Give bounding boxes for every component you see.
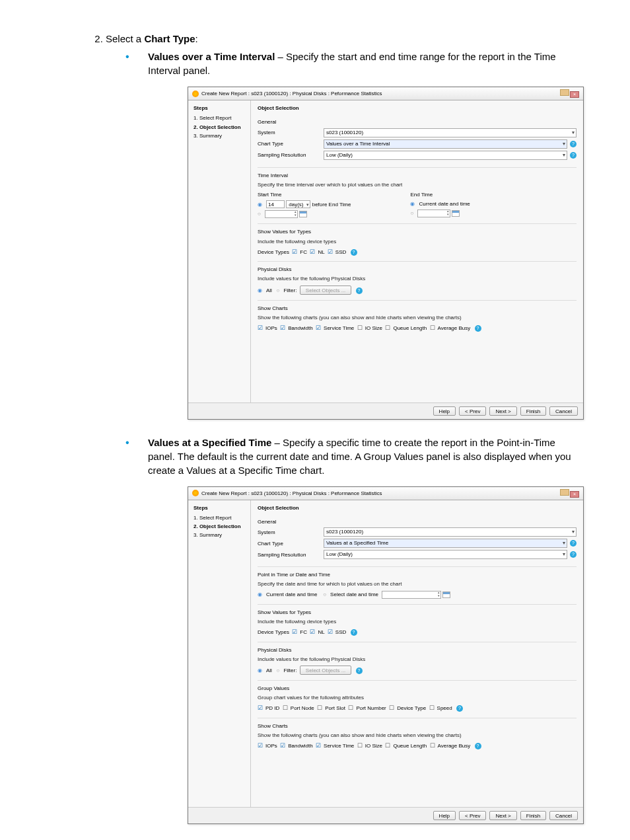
app-icon (192, 490, 199, 496)
dialog2-title: Create New Report : s023 (1000120) : Phy… (201, 490, 382, 497)
help-icon[interactable]: ? (570, 551, 577, 558)
system-dropdown[interactable]: s023 (1000120) (324, 527, 577, 537)
step-summary[interactable]: 3. Summary (193, 531, 246, 539)
pd-all-radio[interactable] (258, 287, 263, 294)
start-relative-radio[interactable] (258, 201, 263, 208)
select-objects-button[interactable]: Select Objects ... (300, 666, 351, 675)
chk-portslot[interactable] (317, 704, 324, 712)
close-icon[interactable]: × (570, 491, 579, 498)
help-icon[interactable]: ? (570, 152, 577, 159)
end-current-radio[interactable] (410, 200, 416, 208)
step2-bold: Chart Type (144, 33, 195, 44)
help-icon[interactable]: ? (456, 705, 463, 712)
calendar-icon[interactable] (299, 211, 307, 217)
help-icon[interactable]: ? (351, 629, 357, 636)
end-datetime-input[interactable] (417, 210, 450, 217)
pit-select-radio[interactable] (323, 591, 328, 598)
steps-header: Steps (193, 504, 246, 512)
chk-iops[interactable] (258, 324, 264, 332)
cancel-button[interactable]: Cancel (549, 406, 578, 416)
step-object-selection[interactable]: 2. Object Selection (193, 124, 246, 131)
chk-ssd[interactable] (328, 628, 334, 636)
end-time-label: End Time (410, 191, 470, 198)
sampling-label: Sampling Resolution (258, 151, 324, 159)
svt-desc: Include the following device types (258, 618, 577, 625)
svt-header: Show Values for Types (258, 609, 577, 616)
pd-filter-radio[interactable] (277, 667, 281, 674)
chk-ql[interactable] (385, 324, 392, 332)
pd-filter-radio[interactable] (277, 287, 281, 294)
steps-panel: Steps 1. Select Report 2. Object Selecti… (188, 100, 251, 402)
dialog-time-interval: Create New Report : s023 (1000120) : Phy… (188, 87, 584, 420)
prev-button[interactable]: < Prev (459, 811, 486, 820)
sc-desc: Show the following charts (you can also … (258, 314, 577, 321)
chk-fc[interactable] (292, 248, 298, 256)
help-icon[interactable]: ? (356, 668, 363, 674)
select-objects-button[interactable]: Select Objects ... (300, 286, 351, 295)
start-datetime-input[interactable] (265, 210, 298, 218)
bullet1-lead: Values over a Time Interval (148, 51, 275, 62)
chk-devtype[interactable] (389, 704, 396, 712)
steps-header: Steps (193, 104, 246, 112)
minimize-icon[interactable] (560, 89, 569, 96)
chk-pdid[interactable] (258, 704, 264, 712)
help-icon[interactable]: ? (570, 141, 577, 147)
chart-type-dropdown[interactable]: Values at a Specified Time (324, 539, 567, 548)
pit-current-radio[interactable] (258, 591, 263, 598)
chk-ssd[interactable] (328, 248, 334, 256)
start-number-input[interactable]: 14 (266, 200, 285, 208)
help-icon[interactable]: ? (351, 249, 357, 256)
cancel-button[interactable]: Cancel (549, 811, 578, 820)
minimize-icon[interactable] (560, 489, 569, 496)
chk-ql[interactable] (385, 742, 392, 750)
sampling-dropdown[interactable]: Low (Daily) (324, 550, 567, 559)
chart-type-label: Chart Type (258, 540, 324, 547)
step-select-report[interactable]: 1. Select Report (193, 514, 246, 521)
chk-io[interactable] (357, 324, 364, 332)
step-summary[interactable]: 3. Summary (193, 132, 246, 139)
chk-st[interactable] (316, 742, 322, 750)
start-abs-radio[interactable] (258, 210, 262, 217)
close-icon[interactable]: × (570, 91, 579, 98)
chk-portnode[interactable] (283, 704, 289, 712)
chk-st[interactable] (316, 324, 322, 332)
calendar-icon[interactable] (452, 210, 460, 217)
help-icon[interactable]: ? (475, 743, 481, 749)
section-title: Object Selection (258, 504, 577, 512)
chk-bw[interactable] (280, 324, 287, 332)
chk-iops[interactable] (258, 742, 264, 750)
chk-nl[interactable] (310, 248, 316, 256)
chk-nl[interactable] (310, 628, 316, 636)
step2-suffix: : (195, 33, 198, 44)
help-icon[interactable]: ? (356, 287, 363, 294)
finish-button[interactable]: Finish (520, 811, 546, 820)
help-button[interactable]: Help (433, 811, 456, 820)
help-icon[interactable]: ? (570, 540, 577, 547)
chart-type-dropdown[interactable]: Values over a Time Interval (324, 139, 567, 149)
step2-prefix: Select a (106, 33, 144, 44)
calendar-icon[interactable] (442, 592, 450, 598)
finish-button[interactable]: Finish (520, 406, 546, 416)
prev-button[interactable]: < Prev (459, 406, 486, 416)
next-button[interactable]: Next > (489, 406, 516, 416)
step-object-selection[interactable]: 2. Object Selection (193, 523, 246, 530)
chk-io[interactable] (357, 742, 364, 750)
help-button[interactable]: Help (433, 406, 456, 416)
step-2: Select a Chart Type: Values over a Time … (106, 33, 577, 824)
dialog1-title: Create New Report : s023 (1000120) : Phy… (201, 90, 382, 97)
next-button[interactable]: Next > (489, 811, 516, 820)
chk-ab[interactable] (430, 742, 437, 750)
chk-fc[interactable] (292, 628, 298, 636)
chk-ab[interactable] (430, 324, 437, 332)
system-dropdown[interactable]: s023 (1000120) (324, 128, 577, 137)
help-icon[interactable]: ? (475, 325, 481, 332)
sampling-dropdown[interactable]: Low (Daily) (324, 151, 567, 160)
start-unit-select[interactable]: day(s) (286, 200, 310, 208)
chk-bw[interactable] (280, 742, 287, 750)
end-abs-radio[interactable] (410, 210, 415, 217)
chk-portnum[interactable] (348, 704, 355, 712)
pit-datetime-input[interactable] (382, 591, 441, 599)
step-select-report[interactable]: 1. Select Report (193, 114, 246, 122)
chk-speed[interactable] (429, 704, 436, 712)
pd-all-radio[interactable] (258, 667, 263, 674)
